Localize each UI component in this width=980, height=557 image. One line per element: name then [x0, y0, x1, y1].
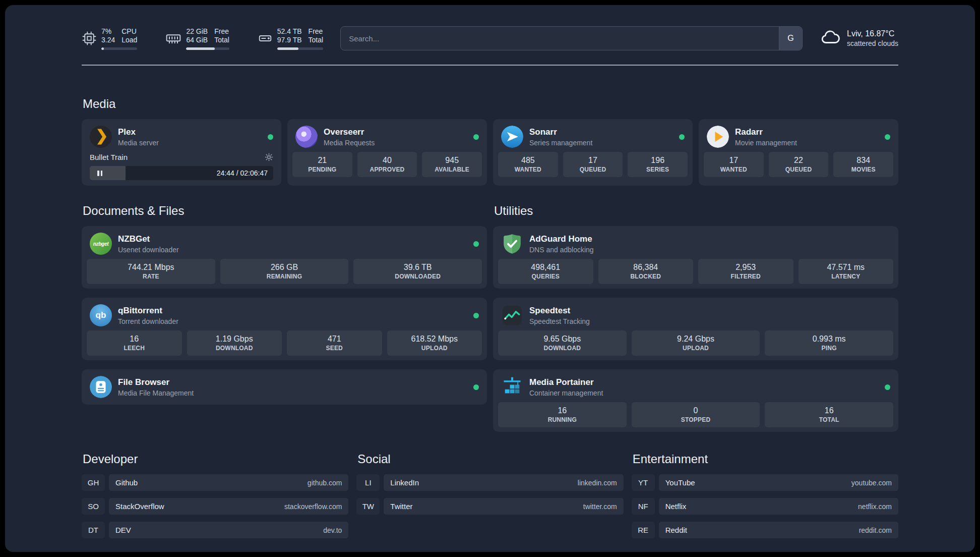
disk-icon — [258, 31, 273, 46]
app-card-nzbget[interactable]: nzbget NZBGet Usenet downloader 744.21 M… — [82, 226, 487, 289]
stat-value: 40 — [383, 156, 392, 165]
app-description: Media Requests — [324, 139, 375, 147]
cpu-icon — [82, 31, 97, 46]
bookmark-name: Twitter — [390, 502, 412, 511]
stat-label: LATENCY — [831, 273, 860, 280]
bookmark-twitter[interactable]: TW Twitter twitter.com — [356, 498, 623, 515]
stat-value: 39.6 TB — [404, 263, 432, 272]
app-name: qBittorrent — [118, 306, 178, 316]
nzbget-logo-text: nzbget — [93, 241, 108, 247]
bookmark-stackoverflow[interactable]: SO StackOverflow stackoverflow.com — [82, 498, 348, 515]
memory-free-label: Free — [214, 27, 229, 36]
settings-gear-icon[interactable] — [265, 153, 273, 161]
status-dot — [473, 384, 479, 390]
bookmark-youtube[interactable]: YT YouTube youtube.com — [632, 474, 898, 491]
stat-wanted: 17 WANTED — [704, 152, 764, 177]
app-card-plex[interactable]: Plex Media server Bullet Train — [82, 119, 281, 186]
memory-widget: 22 GiB 64 GiB Free Total — [165, 27, 229, 50]
stat-latency: 47.571 ms LATENCY — [799, 259, 894, 284]
section-documents: Documents & Files nzbget NZBGet Usenet d… — [82, 204, 487, 405]
stat-upload: 9.24 Gbps UPLOAD — [632, 330, 760, 356]
app-card-adguard[interactable]: AdGuard Home DNS and adblocking 498,461 … — [493, 226, 898, 289]
app-card-qbittorrent[interactable]: qb qBittorrent Torrent downloader 16 LEE… — [82, 298, 487, 360]
bookmark-abbr: DT — [82, 522, 105, 538]
adguard-icon — [501, 233, 523, 255]
bookmark-linkedin[interactable]: LI LinkedIn linkedin.com — [356, 474, 623, 491]
status-dot — [885, 134, 890, 140]
app-name: Media Portainer — [529, 377, 603, 387]
app-card-radarr[interactable]: Radarr Movie management 17 WANTED 22 QUE… — [699, 119, 898, 186]
stat-total: 16 TOTAL — [765, 402, 893, 427]
stat-label: DOWNLOAD — [544, 345, 581, 352]
search-input[interactable] — [341, 27, 779, 50]
header-divider — [82, 65, 898, 66]
cpu-widget: 7% 3.24 CPU Load — [82, 27, 137, 50]
bookmark-url: github.com — [308, 479, 342, 487]
app-name: AdGuard Home — [529, 234, 594, 244]
app-name: Plex — [118, 127, 159, 137]
pause-icon[interactable] — [95, 169, 104, 178]
app-description: Speedtest Tracking — [529, 317, 590, 325]
stat-filtered: 2,953 FILTERED — [698, 259, 793, 284]
section-title-social: Social — [357, 452, 623, 466]
app-card-overseerr[interactable]: Overseerr Media Requests 21 PENDING 40 A… — [287, 119, 487, 186]
disk-usage-bar — [277, 47, 323, 50]
stat-download: 1.19 Gbps DOWNLOAD — [187, 330, 282, 356]
stat-value: 47.571 ms — [827, 263, 865, 272]
stat-value: 266 GB — [271, 263, 298, 272]
section-title-entertainment: Entertainment — [633, 452, 898, 466]
stat-value: 16 — [825, 406, 834, 415]
disk-free-value: 52.4 TB — [277, 27, 302, 36]
resource-widgets: 7% 3.24 CPU Load — [82, 27, 323, 50]
bookmark-url: stackoverflow.com — [284, 503, 342, 511]
stat-label: BLOCKED — [630, 273, 661, 280]
app-card-speedtest[interactable]: Speedtest Speedtest Tracking 9.65 Gbps D… — [493, 298, 898, 360]
bookmark-github[interactable]: GH Github github.com — [82, 474, 348, 491]
bookmark-reddit[interactable]: RE Reddit reddit.com — [632, 522, 898, 538]
app-card-sonarr[interactable]: Sonarr Series management 485 WANTED 17 Q… — [493, 119, 693, 186]
stat-rate: 744.21 Mbps RATE — [87, 259, 215, 284]
stat-running: 16 RUNNING — [498, 402, 627, 427]
stat-pending: 21 PENDING — [292, 152, 352, 177]
bookmark-netflix[interactable]: NF Netflix netflix.com — [632, 498, 898, 515]
status-dot — [679, 134, 685, 140]
section-title-utilities: Utilities — [494, 204, 898, 218]
stat-label: RUNNING — [548, 417, 577, 423]
plex-icon — [90, 126, 112, 148]
section-utilities: Utilities — [493, 204, 898, 432]
status-dot — [473, 241, 479, 247]
weather-condition: scattered clouds — [847, 39, 898, 48]
stat-movies: 834 MOVIES — [833, 152, 893, 177]
bookmark-name: Reddit — [665, 526, 687, 534]
cpu-label: CPU — [121, 27, 137, 36]
section-title-developer: Developer — [83, 452, 348, 466]
app-card-portainer[interactable]: Media Portainer Container management 16 … — [493, 369, 898, 432]
middle-sections: Documents & Files nzbget NZBGet Usenet d… — [82, 204, 898, 432]
search-provider-button[interactable]: G — [779, 27, 802, 50]
stat-label: UPLOAD — [421, 345, 448, 352]
stat-label: QUERIES — [532, 273, 560, 280]
dashboard: 7% 3.24 CPU Load — [5, 5, 975, 552]
search-bar[interactable]: G — [340, 26, 803, 50]
app-description: Media server — [118, 139, 159, 147]
stat-stopped: 0 STOPPED — [632, 402, 760, 427]
bookmark-name: DEV — [115, 526, 131, 534]
stat-value: 0.993 ms — [813, 335, 846, 344]
bookmark-abbr: LI — [356, 474, 380, 491]
stat-value: 471 — [328, 335, 341, 344]
playback-progress-bar[interactable]: 24:44 / 02:06:47 — [90, 166, 273, 180]
bookmark-dev[interactable]: DT DEV dev.to — [82, 522, 348, 538]
memory-usage-bar — [186, 47, 229, 50]
stat-value: 16 — [130, 335, 139, 344]
app-card-filebrowser[interactable]: File Browser Media File Management — [82, 369, 487, 405]
stat-queued: 22 QUEUED — [769, 152, 829, 177]
media-cards: Plex Media server Bullet Train — [82, 119, 898, 186]
stat-label: WANTED — [515, 166, 541, 173]
bookmark-abbr: YT — [632, 474, 655, 491]
stat-value: 498,461 — [531, 263, 560, 272]
bookmark-group-social: Social LI LinkedIn linkedin.com TW Twitt… — [356, 452, 623, 515]
disk-widget: 52.4 TB 97.9 TB Free Total — [258, 27, 323, 50]
stat-queued: 17 QUEUED — [563, 152, 623, 177]
section-title-documents: Documents & Files — [83, 204, 487, 218]
nzbget-icon: nzbget — [90, 233, 112, 255]
